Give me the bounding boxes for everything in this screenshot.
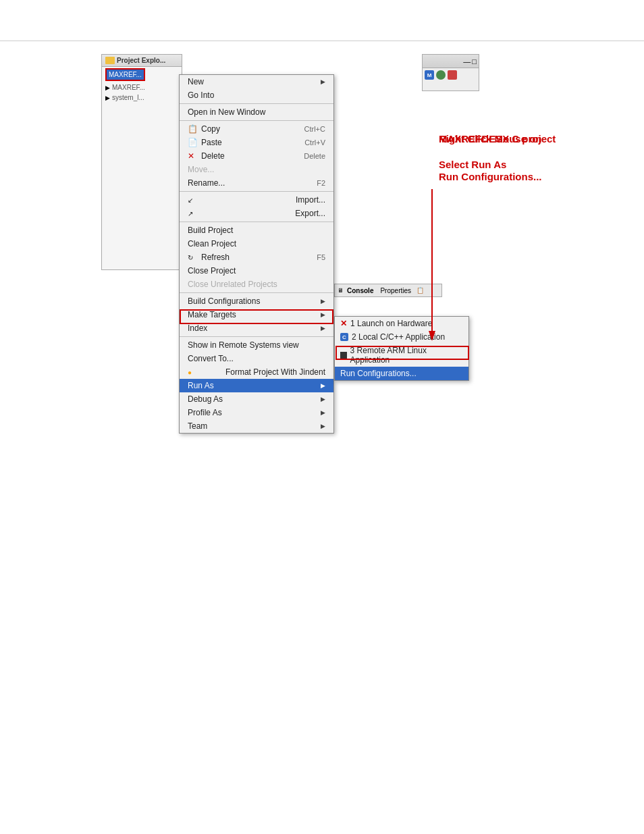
menu-item-run-as[interactable]: Run As ▶ — [180, 379, 333, 392]
separator-2 — [180, 120, 333, 121]
menu-item-new[interactable]: New ▶ — [180, 75, 333, 88]
maxref-selected-item[interactable]: MAXREF... — [105, 68, 145, 81]
profile-as-arrow: ▶ — [321, 409, 325, 416]
menu-item-close-unrelated: Close Unrelated Projects — [180, 278, 333, 291]
separator-4 — [180, 221, 333, 222]
debug-as-arrow: ▶ — [321, 396, 325, 402]
menu-item-gointo[interactable]: Go Into — [180, 88, 333, 102]
menu-item-build-configs[interactable]: Build Configurations ▶ — [180, 294, 333, 308]
separator-3 — [180, 191, 333, 192]
console-icon: 🖥 — [338, 287, 344, 294]
menu-item-index[interactable]: Index ▶ — [180, 321, 333, 335]
paste-icon: 📄 — [188, 138, 198, 147]
separator-1 — [180, 103, 333, 104]
menu-item-clean-project[interactable]: Clean Project — [180, 237, 333, 251]
project-explorer-panel: Project Explo... MAXREF... ▶ MAXREF... ▶… — [101, 54, 182, 270]
toolbar-top: — □ — [423, 55, 479, 68]
menu-item-make-targets[interactable]: Make Targets ▶ — [180, 308, 333, 321]
launch-icon: ✕ — [340, 319, 347, 328]
delete-icon: ✕ — [188, 151, 198, 161]
menu-item-import[interactable]: ↙ Import... — [180, 193, 333, 207]
menu-item-convert[interactable]: Convert To... — [180, 352, 333, 365]
properties-icon: 📋 — [417, 287, 424, 294]
team-arrow: ▶ — [321, 423, 325, 429]
menu-item-format[interactable]: ● Format Project With Jindent — [180, 365, 333, 379]
minimize-btn[interactable]: — — [463, 57, 471, 66]
index-arrow: ▶ — [321, 325, 325, 332]
context-menu: New ▶ Go Into Open in New Window 📋 Copy … — [179, 74, 334, 434]
toolbar-icon-3[interactable] — [448, 70, 457, 80]
import-icon: ↙ — [188, 197, 198, 204]
format-icon: ● — [188, 369, 198, 376]
build-configs-arrow: ▶ — [321, 298, 325, 305]
separator-6 — [180, 336, 333, 337]
refresh-icon: ↻ — [188, 254, 198, 261]
menu-item-show-remote[interactable]: Show in Remote Systems view — [180, 338, 333, 352]
submenu-local-cpp[interactable]: C 2 Local C/C++ Application — [335, 330, 468, 344]
toolbar-area: — □ M — [422, 54, 479, 91]
make-targets-arrow: ▶ — [321, 311, 325, 318]
arm-icon — [340, 352, 347, 359]
menu-item-debug-as[interactable]: Debug As ▶ — [180, 392, 333, 406]
menu-item-refresh[interactable]: ↻ Refresh F5 — [180, 251, 333, 264]
screenshot-area: Project Explo... MAXREF... ▶ MAXREF... ▶… — [101, 54, 479, 371]
annotation-line2: MAXREFDESX C project — [439, 132, 556, 146]
menu-item-close-project[interactable]: Close Project — [180, 264, 333, 278]
menu-item-move: Move... — [180, 163, 333, 176]
project-explorer-label: Project Explo... — [117, 57, 165, 64]
maxref2-label: MAXREF... — [112, 84, 145, 91]
project-explorer-title: Project Explo... — [102, 55, 182, 67]
menu-item-rename[interactable]: Rename... F2 — [180, 176, 333, 190]
maxref-item-label: MAXREF... — [109, 71, 142, 78]
submenu-remote-arm[interactable]: 3 Remote ARM Linux Application — [335, 344, 468, 367]
annotation-area: Right Click Mouse on MAXREFDESX C projec… — [439, 132, 614, 156]
annotation-line4: Run Configurations... — [439, 170, 541, 184]
arrow-icon: ▶ — [321, 78, 325, 85]
console-tab[interactable]: Console — [347, 287, 373, 294]
properties-tab[interactable]: Properties — [380, 287, 411, 294]
submenu-run-configurations[interactable]: Run Configurations... — [335, 367, 468, 380]
run-as-arrow: ▶ — [321, 382, 325, 389]
console-properties-bar: 🖥 Console Properties 📋 — [334, 284, 442, 297]
toolbar-icon-1[interactable]: M — [425, 70, 434, 80]
system-label: system_l... — [112, 94, 144, 101]
toolbar-icon-2[interactable] — [436, 70, 446, 80]
project-item-system[interactable]: ▶ system_l... — [102, 93, 182, 103]
run-as-submenu: ✕ 1 Launch on Hardware C 2 Local C/C++ A… — [334, 316, 469, 381]
copy-icon: 📋 — [188, 124, 198, 134]
menu-item-paste[interactable]: 📄 Paste Ctrl+V — [180, 136, 333, 149]
menu-item-copy[interactable]: 📋 Copy Ctrl+C — [180, 122, 333, 136]
menu-item-team[interactable]: Team ▶ — [180, 419, 333, 433]
toolbar-icons: M — [423, 68, 479, 82]
menu-item-open-new-window[interactable]: Open in New Window — [180, 105, 333, 119]
submenu-launch-hardware[interactable]: ✕ 1 Launch on Hardware — [335, 317, 468, 330]
maximize-btn[interactable]: □ — [472, 57, 477, 66]
folder-icon — [105, 57, 115, 64]
export-icon: ↗ — [188, 210, 198, 217]
top-divider — [0, 41, 644, 41]
separator-5 — [180, 292, 333, 293]
cpp-icon: C — [340, 333, 348, 341]
menu-item-delete[interactable]: ✕ Delete Delete — [180, 149, 333, 163]
project-item-maxref2[interactable]: ▶ MAXREF... — [102, 82, 182, 93]
menu-item-build-project[interactable]: Build Project — [180, 224, 333, 237]
menu-item-export[interactable]: ↗ Export... — [180, 207, 333, 220]
menu-item-profile-as[interactable]: Profile As ▶ — [180, 406, 333, 419]
